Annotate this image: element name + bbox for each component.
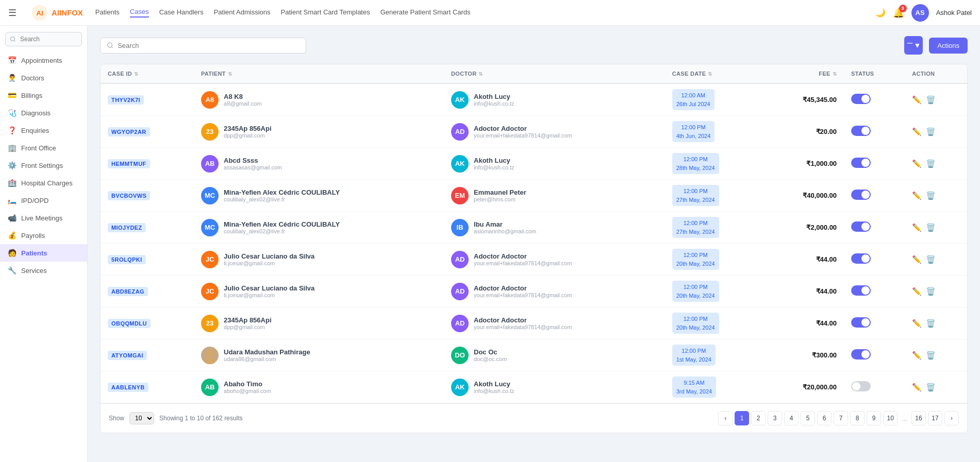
patient-email: udara86@gmail.com bbox=[224, 356, 310, 362]
edit-button[interactable]: ✏️ bbox=[912, 287, 922, 296]
delete-button[interactable]: 🗑️ bbox=[926, 223, 936, 232]
delete-button[interactable]: 🗑️ bbox=[926, 191, 936, 200]
edit-button[interactable]: ✏️ bbox=[912, 191, 922, 200]
edit-button[interactable]: ✏️ bbox=[912, 255, 922, 264]
sidebar-item-payrolls[interactable]: 💰 Payrolls bbox=[0, 227, 87, 244]
cell-doctor: AK Akoth Lucy info@kush.co.tz bbox=[444, 371, 665, 403]
cell-case-id: AABLENYB bbox=[101, 371, 194, 403]
doctor-avatar: EM bbox=[451, 187, 469, 204]
doctor-email: info@kush.co.tz bbox=[474, 100, 514, 107]
table-row: ABD8EZAG JC Julio Cesar Luciano da Silva… bbox=[101, 276, 967, 307]
case-id-badge: MIOJYDEZ bbox=[108, 223, 146, 232]
sidebar-item-front-settings[interactable]: ⚙️ Front Settings bbox=[0, 157, 87, 174]
delete-button[interactable]: 🗑️ bbox=[926, 159, 936, 168]
edit-button[interactable]: ✏️ bbox=[912, 351, 922, 360]
search-input[interactable] bbox=[118, 42, 300, 49]
sidebar-item-hospital-charges[interactable]: 🏥 Hospital Charges bbox=[0, 174, 87, 192]
status-toggle[interactable] bbox=[851, 94, 871, 104]
filter-button[interactable]: ▼ bbox=[904, 36, 923, 55]
delete-button[interactable]: 🗑️ bbox=[926, 383, 936, 392]
page-btn-16[interactable]: 16 bbox=[911, 411, 926, 425]
edit-button[interactable]: ✏️ bbox=[912, 383, 922, 392]
page-btn-5[interactable]: 5 bbox=[801, 411, 815, 425]
doctor-avatar: IB bbox=[451, 219, 469, 236]
status-toggle[interactable] bbox=[851, 381, 871, 391]
page-btn-8[interactable]: 8 bbox=[850, 411, 865, 425]
edit-button[interactable]: ✏️ bbox=[912, 319, 922, 328]
nav-generate-smart-cards[interactable]: Generate Patient Smart Cards bbox=[380, 8, 471, 17]
status-toggle[interactable] bbox=[851, 317, 871, 328]
status-toggle[interactable] bbox=[851, 126, 871, 136]
nav-smart-card-templates[interactable]: Patient Smart Card Templates bbox=[281, 8, 370, 17]
status-toggle[interactable] bbox=[851, 285, 871, 296]
page-btn-9[interactable]: 9 bbox=[867, 411, 881, 425]
page-btn-17[interactable]: 17 bbox=[928, 411, 942, 425]
notifications-bell[interactable]: 🔔 3 bbox=[893, 7, 904, 19]
edit-button[interactable]: ✏️ bbox=[912, 223, 922, 232]
prev-page-button[interactable]: ‹ bbox=[718, 411, 733, 425]
nav-case-handlers[interactable]: Case Handlers bbox=[159, 8, 204, 17]
sidebar-item-front-office[interactable]: 🏢 Front Office bbox=[0, 139, 87, 157]
theme-toggle-icon[interactable]: 🌙 bbox=[875, 8, 886, 18]
page-btn-10[interactable]: 10 bbox=[883, 411, 898, 425]
sidebar-item-patients[interactable]: 🧑 Patients bbox=[0, 244, 87, 262]
user-avatar[interactable]: AS bbox=[911, 4, 929, 22]
delete-button[interactable]: 🗑️ bbox=[926, 351, 936, 360]
cell-date: 12:00 PM4th Jun, 2024 bbox=[665, 116, 765, 148]
edit-button[interactable]: ✏️ bbox=[912, 159, 922, 168]
cell-doctor: AK Akoth Lucy info@kush.co.tz bbox=[444, 148, 665, 180]
page-btn-6[interactable]: 6 bbox=[817, 411, 832, 425]
cell-fee: ₹2,000.00 bbox=[765, 212, 844, 244]
delete-button[interactable]: 🗑️ bbox=[926, 95, 936, 105]
sidebar-item-diagnosis[interactable]: 🩺 Diagnosis bbox=[0, 104, 87, 122]
edit-button[interactable]: ✏️ bbox=[912, 127, 922, 136]
sidebar-search-input[interactable] bbox=[5, 32, 82, 46]
nav-patient-admissions[interactable]: Patient Admissions bbox=[214, 8, 271, 17]
doctor-avatar: AK bbox=[451, 379, 469, 396]
edit-button[interactable]: ✏️ bbox=[912, 95, 922, 105]
doctor-avatar: AD bbox=[451, 123, 469, 141]
pagination-bar: Show 10 25 50 Showing 1 to 10 of 162 res… bbox=[101, 403, 967, 433]
notification-count: 3 bbox=[899, 5, 907, 12]
page-btn-7[interactable]: 7 bbox=[834, 411, 848, 425]
sidebar-item-enquiries[interactable]: ❓ Enquiries bbox=[0, 122, 87, 139]
cell-patient: MC Mina-Yefien Alex Cédric COULIBALY cou… bbox=[194, 180, 444, 212]
date-badge: 12:00 AM26th Jul 2024 bbox=[672, 89, 715, 110]
hamburger-icon[interactable]: ☰ bbox=[8, 7, 16, 19]
cell-doctor: EM Emmaunel Peter peter@hms.com bbox=[444, 180, 665, 212]
actions-button[interactable]: Actions bbox=[929, 38, 968, 54]
delete-button[interactable]: 🗑️ bbox=[926, 255, 936, 264]
cell-fee: ₹20.00 bbox=[765, 116, 844, 148]
cell-case-id: MIOJYDEZ bbox=[101, 212, 194, 244]
sidebar-item-services[interactable]: 🔧 Services bbox=[0, 262, 87, 279]
sidebar-item-appointments[interactable]: 📅 Appointments bbox=[0, 52, 87, 69]
page-btn-1[interactable]: 1 bbox=[735, 411, 749, 425]
per-page-select[interactable]: 10 25 50 bbox=[129, 412, 154, 424]
sidebar-item-doctors[interactable]: 👨‍⚕️ Doctors bbox=[0, 69, 87, 87]
next-page-button[interactable]: › bbox=[944, 411, 959, 425]
doctor-name: Akoth Lucy bbox=[474, 157, 514, 164]
delete-button[interactable]: 🗑️ bbox=[926, 127, 936, 136]
status-toggle[interactable] bbox=[851, 349, 871, 360]
cell-patient: JC Julio Cesar Luciano da Silva ti.jcesa… bbox=[194, 276, 444, 307]
page-btn-4[interactable]: 4 bbox=[784, 411, 799, 425]
doctor-avatar: AD bbox=[451, 251, 469, 268]
patient-name: Mina-Yefien Alex Cédric COULIBALY bbox=[224, 189, 340, 196]
delete-button[interactable]: 🗑️ bbox=[926, 287, 936, 296]
delete-button[interactable]: 🗑️ bbox=[926, 319, 936, 328]
page-btn-2[interactable]: 2 bbox=[751, 411, 766, 425]
status-toggle[interactable] bbox=[851, 190, 871, 200]
status-toggle[interactable] bbox=[851, 221, 871, 232]
user-name[interactable]: Ashok Patel bbox=[936, 9, 972, 16]
sidebar-item-billings[interactable]: 💳 Billings bbox=[0, 87, 87, 104]
cell-patient: 23 2345Ap 856Api dpp@gmail.com bbox=[194, 307, 444, 339]
status-toggle[interactable] bbox=[851, 253, 871, 264]
doctor-name: Doc Oc bbox=[474, 348, 507, 356]
status-toggle[interactable] bbox=[851, 158, 871, 168]
patient-name: Abcd Ssss bbox=[224, 157, 282, 164]
nav-cases[interactable]: Cases bbox=[130, 8, 149, 18]
sidebar-item-ipd-opd[interactable]: 🛏️ IPD/OPD bbox=[0, 192, 87, 209]
sidebar-item-live-meetings[interactable]: 📹 Live Meetings bbox=[0, 209, 87, 227]
nav-patients[interactable]: Patients bbox=[95, 8, 120, 17]
page-btn-3[interactable]: 3 bbox=[768, 411, 782, 425]
